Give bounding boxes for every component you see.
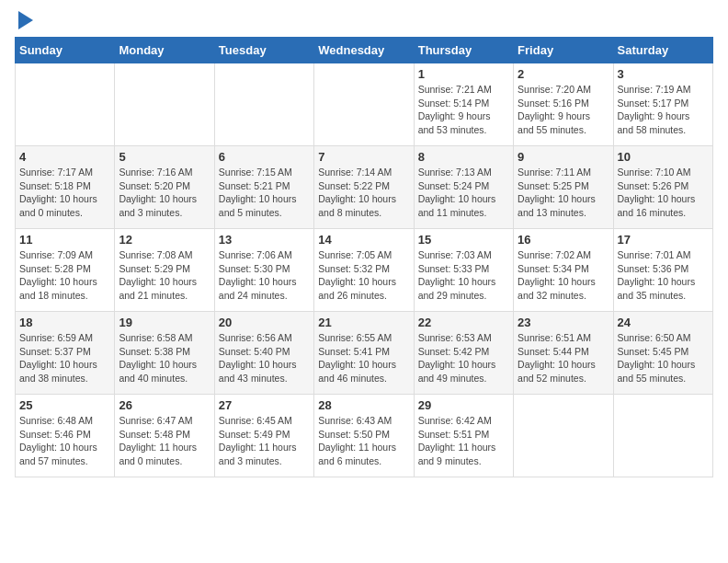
calendar-cell: 19Sunrise: 6:58 AM Sunset: 5:38 PM Dayli…: [115, 312, 214, 395]
calendar-cell: 21Sunrise: 6:55 AM Sunset: 5:41 PM Dayli…: [314, 312, 414, 395]
calendar-cell: 15Sunrise: 7:03 AM Sunset: 5:33 PM Dayli…: [414, 229, 513, 312]
day-info: Sunrise: 7:11 AM Sunset: 5:25 PM Dayligh…: [518, 166, 609, 220]
calendar-cell: 14Sunrise: 7:05 AM Sunset: 5:32 PM Dayli…: [314, 229, 414, 312]
day-number: 4: [19, 150, 110, 164]
day-info: Sunrise: 6:42 AM Sunset: 5:51 PM Dayligh…: [418, 414, 509, 468]
calendar-header-monday: Monday: [115, 38, 214, 63]
calendar-cell: 22Sunrise: 6:53 AM Sunset: 5:42 PM Dayli…: [414, 312, 513, 395]
calendar-header-thursday: Thursday: [414, 38, 513, 63]
calendar-cell: 26Sunrise: 6:47 AM Sunset: 5:48 PM Dayli…: [115, 395, 214, 477]
day-number: 19: [119, 316, 210, 329]
day-number: 3: [618, 67, 709, 81]
day-info: Sunrise: 6:43 AM Sunset: 5:50 PM Dayligh…: [318, 414, 409, 468]
day-info: Sunrise: 7:21 AM Sunset: 5:14 PM Dayligh…: [418, 83, 509, 137]
calendar-cell: [214, 63, 313, 146]
calendar-cell: 29Sunrise: 6:42 AM Sunset: 5:51 PM Dayli…: [414, 395, 513, 477]
calendar-week-row: 25Sunrise: 6:48 AM Sunset: 5:46 PM Dayli…: [16, 395, 713, 477]
calendar-cell: 8Sunrise: 7:13 AM Sunset: 5:24 PM Daylig…: [414, 146, 513, 229]
calendar-cell: 2Sunrise: 7:20 AM Sunset: 5:16 PM Daylig…: [514, 63, 613, 146]
day-number: 13: [219, 233, 310, 247]
day-number: 6: [219, 150, 310, 164]
day-info: Sunrise: 6:50 AM Sunset: 5:45 PM Dayligh…: [618, 331, 709, 385]
day-number: 1: [418, 67, 509, 81]
calendar-cell: 7Sunrise: 7:14 AM Sunset: 5:22 PM Daylig…: [314, 146, 414, 229]
calendar-cell: 18Sunrise: 6:59 AM Sunset: 5:37 PM Dayli…: [16, 312, 115, 395]
day-info: Sunrise: 7:08 AM Sunset: 5:29 PM Dayligh…: [119, 248, 210, 303]
calendar-cell: [115, 63, 214, 146]
calendar-cell: [514, 395, 613, 477]
calendar-cell: 28Sunrise: 6:43 AM Sunset: 5:50 PM Dayli…: [314, 395, 414, 477]
calendar-cell: 27Sunrise: 6:45 AM Sunset: 5:49 PM Dayli…: [214, 395, 313, 477]
calendar-week-row: 1Sunrise: 7:21 AM Sunset: 5:14 PM Daylig…: [16, 63, 713, 146]
calendar-header-wednesday: Wednesday: [314, 38, 414, 63]
calendar-header-sunday: Sunday: [16, 38, 115, 63]
calendar-cell: 11Sunrise: 7:09 AM Sunset: 5:28 PM Dayli…: [16, 229, 115, 312]
day-info: Sunrise: 7:14 AM Sunset: 5:22 PM Dayligh…: [318, 166, 409, 220]
day-number: 20: [219, 316, 310, 329]
calendar-header-friday: Friday: [514, 38, 613, 63]
page-header: [15, 15, 713, 29]
logo: [15, 15, 33, 29]
calendar-header-row: SundayMondayTuesdayWednesdayThursdayFrid…: [16, 38, 713, 63]
day-info: Sunrise: 7:05 AM Sunset: 5:32 PM Dayligh…: [318, 248, 409, 303]
day-number: 27: [219, 398, 310, 412]
day-number: 7: [318, 150, 409, 164]
logo-arrow-icon: [18, 11, 33, 29]
day-number: 22: [418, 316, 509, 329]
day-info: Sunrise: 6:55 AM Sunset: 5:41 PM Dayligh…: [318, 331, 409, 385]
day-info: Sunrise: 7:15 AM Sunset: 5:21 PM Dayligh…: [219, 166, 310, 220]
day-number: 12: [119, 233, 210, 247]
day-number: 18: [19, 316, 110, 329]
calendar-week-row: 18Sunrise: 6:59 AM Sunset: 5:37 PM Dayli…: [16, 312, 713, 395]
day-number: 24: [618, 316, 709, 329]
day-number: 29: [418, 398, 509, 412]
calendar-cell: 23Sunrise: 6:51 AM Sunset: 5:44 PM Dayli…: [514, 312, 613, 395]
day-info: Sunrise: 6:59 AM Sunset: 5:37 PM Dayligh…: [19, 331, 110, 385]
day-info: Sunrise: 6:45 AM Sunset: 5:49 PM Dayligh…: [219, 414, 310, 468]
day-info: Sunrise: 6:53 AM Sunset: 5:42 PM Dayligh…: [418, 331, 509, 385]
calendar-cell: 4Sunrise: 7:17 AM Sunset: 5:18 PM Daylig…: [16, 146, 115, 229]
calendar-cell: [613, 395, 712, 477]
day-number: 17: [618, 233, 709, 247]
calendar-cell: 5Sunrise: 7:16 AM Sunset: 5:20 PM Daylig…: [115, 146, 214, 229]
day-info: Sunrise: 7:09 AM Sunset: 5:28 PM Dayligh…: [19, 248, 110, 303]
day-info: Sunrise: 7:13 AM Sunset: 5:24 PM Dayligh…: [418, 166, 509, 220]
calendar-cell: 6Sunrise: 7:15 AM Sunset: 5:21 PM Daylig…: [214, 146, 313, 229]
calendar-cell: 24Sunrise: 6:50 AM Sunset: 5:45 PM Dayli…: [613, 312, 712, 395]
day-number: 10: [618, 150, 709, 164]
day-number: 11: [19, 233, 110, 247]
day-info: Sunrise: 7:01 AM Sunset: 5:36 PM Dayligh…: [618, 248, 709, 303]
calendar-cell: 1Sunrise: 7:21 AM Sunset: 5:14 PM Daylig…: [414, 63, 513, 146]
calendar-cell: 17Sunrise: 7:01 AM Sunset: 5:36 PM Dayli…: [613, 229, 712, 312]
day-info: Sunrise: 7:10 AM Sunset: 5:26 PM Dayligh…: [618, 166, 709, 220]
day-number: 15: [418, 233, 509, 247]
calendar-cell: 9Sunrise: 7:11 AM Sunset: 5:25 PM Daylig…: [514, 146, 613, 229]
calendar-cell: 12Sunrise: 7:08 AM Sunset: 5:29 PM Dayli…: [115, 229, 214, 312]
day-info: Sunrise: 7:19 AM Sunset: 5:17 PM Dayligh…: [618, 83, 709, 137]
day-number: 21: [318, 316, 409, 329]
day-number: 28: [318, 398, 409, 412]
day-number: 16: [518, 233, 609, 247]
day-number: 8: [418, 150, 509, 164]
day-info: Sunrise: 7:20 AM Sunset: 5:16 PM Dayligh…: [518, 83, 609, 137]
day-number: 25: [19, 398, 110, 412]
day-info: Sunrise: 6:58 AM Sunset: 5:38 PM Dayligh…: [119, 331, 210, 385]
calendar-header-tuesday: Tuesday: [214, 38, 313, 63]
calendar-cell: [314, 63, 414, 146]
day-info: Sunrise: 6:56 AM Sunset: 5:40 PM Dayligh…: [219, 331, 310, 385]
day-info: Sunrise: 7:16 AM Sunset: 5:20 PM Dayligh…: [119, 166, 210, 220]
day-info: Sunrise: 6:48 AM Sunset: 5:46 PM Dayligh…: [19, 414, 110, 468]
day-number: 2: [518, 67, 609, 81]
day-info: Sunrise: 7:03 AM Sunset: 5:33 PM Dayligh…: [418, 248, 509, 303]
calendar-header-saturday: Saturday: [613, 38, 712, 63]
calendar-cell: [16, 63, 115, 146]
day-number: 5: [119, 150, 210, 164]
calendar-week-row: 11Sunrise: 7:09 AM Sunset: 5:28 PM Dayli…: [16, 229, 713, 312]
calendar-table: SundayMondayTuesdayWednesdayThursdayFrid…: [15, 37, 713, 477]
calendar-cell: 20Sunrise: 6:56 AM Sunset: 5:40 PM Dayli…: [214, 312, 313, 395]
day-info: Sunrise: 7:17 AM Sunset: 5:18 PM Dayligh…: [19, 166, 110, 220]
calendar-cell: 10Sunrise: 7:10 AM Sunset: 5:26 PM Dayli…: [613, 146, 712, 229]
calendar-week-row: 4Sunrise: 7:17 AM Sunset: 5:18 PM Daylig…: [16, 146, 713, 229]
day-number: 14: [318, 233, 409, 247]
day-number: 23: [518, 316, 609, 329]
